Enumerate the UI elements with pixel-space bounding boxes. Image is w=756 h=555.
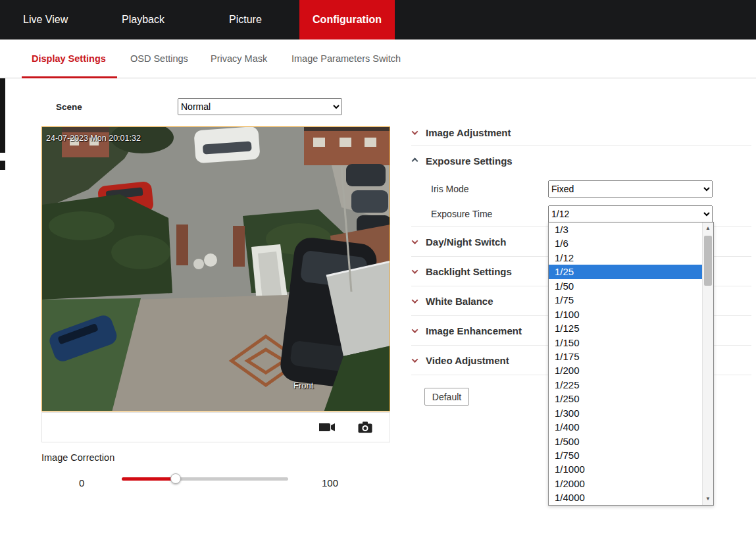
tab-osd-settings[interactable]: OSD Settings — [130, 40, 188, 78]
nav-playback[interactable]: Playback — [122, 0, 164, 40]
image-correction-slider-handle[interactable] — [170, 473, 181, 484]
preview-toolbar — [41, 412, 390, 442]
tab-display-settings[interactable]: Display Settings — [32, 40, 106, 78]
exposure-time-option[interactable]: 1/1000 — [549, 462, 702, 476]
exposure-time-option[interactable]: 1/400 — [549, 420, 702, 434]
section-image-adjustment[interactable]: Image Adjustment — [411, 120, 751, 146]
exposure-time-option[interactable]: 1/4000 — [549, 490, 702, 504]
tab-privacy-mask[interactable]: Privacy Mask — [211, 40, 267, 78]
section-label: Day/Night Switch — [426, 236, 507, 248]
chevron-down-icon — [412, 327, 418, 333]
osd-timestamp: 24-07-2023 Mon 20:01:32 — [46, 134, 141, 143]
exposure-time-option[interactable]: 1/500 — [549, 435, 702, 448]
exposure-time-select[interactable]: 1/12 — [548, 205, 713, 223]
exposure-time-option[interactable]: 1/2000 — [549, 477, 702, 490]
default-button[interactable]: Default — [424, 388, 469, 406]
exposure-time-option[interactable]: 1/225 — [549, 378, 702, 392]
exposure-time-option[interactable]: 1/3 — [549, 223, 702, 236]
section-label: Video Adjustment — [426, 355, 509, 366]
nav-configuration[interactable]: Configuration — [299, 0, 395, 40]
exposure-time-option[interactable]: 1/175 — [549, 350, 702, 363]
exposure-time-option[interactable]: 1/300 — [549, 406, 702, 420]
exposure-time-label: Exposure Time — [431, 209, 492, 219]
chevron-down-icon — [412, 238, 418, 244]
exposure-time-row: Exposure Time 1/12 — [411, 204, 751, 224]
exposure-time-option[interactable]: 1/250 — [549, 392, 702, 406]
exposure-time-option[interactable]: 1/50 — [549, 279, 702, 293]
scrollbar-thumb[interactable] — [704, 236, 712, 286]
osd-camera-name: Front — [293, 381, 313, 390]
iris-mode-label: Iris Mode — [431, 184, 469, 194]
image-correction-label: Image Correction — [41, 452, 114, 463]
exposure-time-dropdown: 1/3 1/6 1/12 1/25 1/50 1/75 1/100 1/125 … — [548, 222, 714, 506]
nav-live-view[interactable]: Live View — [23, 0, 68, 40]
chevron-down-icon — [412, 267, 418, 274]
exposure-time-option[interactable]: 1/100 — [549, 307, 702, 321]
section-label: Backlight Settings — [426, 266, 512, 277]
dropdown-scrollbar[interactable]: ▲ ▼ — [702, 223, 713, 505]
exposure-time-option-highlighted[interactable]: 1/25 — [549, 265, 702, 278]
slider-min-value: 0 — [79, 477, 84, 489]
camera-config-page: Live View Playback Picture Configuration… — [0, 0, 756, 555]
left-edge-artifact — [0, 161, 5, 170]
exposure-time-option[interactable]: 1/150 — [549, 336, 702, 350]
settings-panel: Image Adjustment Exposure Settings Iris … — [411, 0, 751, 555]
iris-mode-row: Iris Mode Fixed — [411, 179, 751, 199]
scene-label: Scene — [56, 102, 82, 112]
exposure-time-option[interactable]: 1/125 — [549, 321, 702, 335]
exposure-time-option[interactable]: 1/75 — [549, 293, 702, 307]
section-label: Exposure Settings — [426, 155, 513, 167]
tab-image-parameters-switch[interactable]: Image Parameters Switch — [291, 40, 401, 78]
camcorder-icon[interactable] — [318, 421, 336, 433]
exposure-time-option[interactable]: 1/200 — [549, 363, 702, 377]
slider-max-value: 100 — [322, 477, 338, 489]
chevron-down-icon — [412, 128, 418, 135]
nav-picture[interactable]: Picture — [229, 0, 262, 40]
chevron-down-icon — [412, 297, 418, 304]
section-exposure-settings-header[interactable]: Exposure Settings — [411, 149, 751, 172]
exposure-time-option[interactable]: 1/750 — [549, 448, 702, 462]
street-scene — [42, 127, 390, 411]
section-label: Image Enhancement — [426, 325, 522, 336]
image-correction-slider-fill — [122, 477, 174, 481]
iris-mode-select[interactable]: Fixed — [548, 180, 713, 198]
active-tab-underline — [22, 76, 117, 78]
scene-select[interactable]: Normal — [178, 98, 342, 115]
section-label: White Balance — [426, 296, 493, 307]
chevron-down-icon — [412, 356, 418, 363]
camera-snapshot-icon[interactable] — [358, 421, 372, 433]
scroll-down-icon[interactable]: ▼ — [703, 494, 713, 504]
exposure-time-option[interactable]: 1/6 — [549, 236, 702, 250]
scroll-up-icon[interactable]: ▲ — [703, 223, 713, 234]
chevron-up-icon — [412, 157, 418, 164]
section-exposure-settings: Exposure Settings Iris Mode Fixed Exposu… — [411, 149, 751, 227]
exposure-time-option[interactable]: 1/12 — [549, 251, 702, 265]
section-label: Image Adjustment — [426, 127, 511, 138]
camera-preview: 24-07-2023 Mon 20:01:32 Front — [41, 126, 390, 411]
exposure-time-option-list: 1/3 1/6 1/12 1/25 1/50 1/75 1/100 1/125 … — [549, 223, 702, 505]
